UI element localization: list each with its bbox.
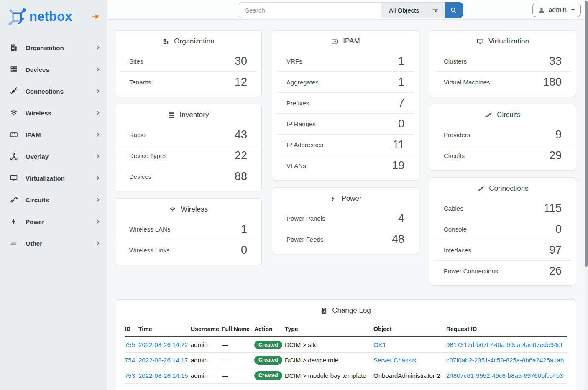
monitor-icon [9,173,18,183]
status-badge: Created [254,356,282,365]
card-wireless-title: Wireless [115,199,261,218]
stat-row-sites[interactable]: Sites 30 [120,51,256,71]
col-header-full-name: Full Name [222,322,254,337]
card-inventory: Inventory Racks 43 Device Types 22 Devic… [115,104,262,191]
chevron-right-icon [95,176,99,180]
changelog-type: DCIM > site [285,341,318,348]
sidebar-item-organization[interactable]: Organization [0,37,107,59]
sidebar-item-wireless[interactable]: Wireless [0,102,107,124]
sidebar-item-ipam[interactable]: 12 IPAM [0,124,107,145]
stat-row-ip-addresses[interactable]: IP Addresses 11 [277,134,414,155]
stat-row-device-types[interactable]: Device Types 22 [120,145,256,166]
wifi-icon [9,108,18,117]
stat-row-virtual-machines[interactable]: Virtual Machines 180 [435,71,571,92]
stat-row-ip-ranges[interactable]: IP Ranges 0 [277,113,414,134]
netbox-logo[interactable]: netbox [8,8,72,25]
pin-sidebar-button[interactable] [89,11,101,22]
dashboard: Organization Sites 30 Tenants 12 [108,20,585,390]
chevron-right-icon [95,154,99,158]
changelog-full-name: — [222,357,228,364]
sidebar-item-circuits[interactable]: Circuits [0,189,107,211]
search-scope-button[interactable]: All Objects [381,2,427,18]
clipboard-clock-icon [320,307,328,315]
changelog-id-link[interactable]: 755 [125,341,135,348]
sidebar-item-label: Circuits [26,196,88,204]
sidebar-item-other[interactable]: Other [0,232,107,254]
search-button[interactable] [445,2,463,18]
stat-list: Clusters 33 Virtual Machines 180 [435,50,571,97]
stat-row-vlans[interactable]: VLANs 19 [277,155,414,176]
stat-row-vrfs[interactable]: VRFs 1 [277,51,414,71]
stat-row-power-panels[interactable]: Power Panels 4 [277,208,414,229]
changelog-object-link[interactable]: OK1 [373,341,386,348]
card-wireless: Wireless Wireless LANs 1 Wireless Links … [115,198,262,265]
changelog-request-id-link[interactable]: 24807c61-9952-49c6-b8a5-69760bfcc4b3 [446,372,563,379]
stat-row-devices[interactable]: Devices 88 [120,166,256,187]
main-area: All Objects admin O [108,0,588,390]
netbox-logo-icon [8,8,26,25]
change-log-table: ID Time Username Full Name Action Type O… [125,322,567,384]
chevron-right-icon [95,197,99,202]
status-badge: Created [254,371,282,380]
stat-row-power-connections[interactable]: Power Connections 26 [435,260,571,281]
filter-button[interactable] [427,2,445,18]
card-ipam: 12 IPAM VRFs 1 Aggregates 1 [272,30,419,181]
changelog-id-link[interactable]: 754 [125,357,135,364]
user-menu-button[interactable]: admin [532,3,581,17]
changelog-time-link[interactable]: 2022-08-26 14:15 [138,372,188,379]
bolt-icon [9,217,18,226]
search-group: All Objects [239,2,463,18]
changelog-type: DCIM > module bay template [285,372,366,379]
stat-row-providers[interactable]: Providers 9 [435,124,571,145]
col-header-request-id: Request ID [446,322,567,337]
stat-list: VRFs 1 Aggregates 1 Prefixes 7 IP Rang [277,50,414,180]
changelog-request-id-link[interactable]: 9817317d-b67f-440a-99ca-4ae07ede94df [446,341,562,348]
status-badge: Created [254,341,282,349]
sidebar-item-overlay[interactable]: Overlay [0,145,107,167]
stat-row-cables[interactable]: Cables 115 [435,198,571,219]
changelog-time-link[interactable]: 2022-08-26 14:17 [138,357,188,364]
svg-text:12: 12 [12,133,16,136]
counter-icon: 12 [9,130,18,139]
graph-icon [9,152,18,161]
sidebar-item-label: Power [26,218,88,225]
card-ipam-title: 12 IPAM [272,31,419,50]
sidebar-item-label: Devices [26,66,88,73]
changelog-full-name: — [222,372,228,379]
sidebar-item-power[interactable]: Power [0,211,107,232]
changelog-object-link[interactable]: Server Chassis [373,357,416,364]
col-header-id: ID [125,322,138,337]
col-header-object: Object [373,322,446,337]
stat-row-circuits[interactable]: Circuits 29 [435,145,571,166]
chevron-right-icon [95,45,99,50]
sidebar-item-virtualization[interactable]: Virtualization [0,167,107,189]
changelog-id-link[interactable]: 753 [125,372,135,379]
changelog-username: admin [191,357,208,364]
sidebar-item-devices[interactable]: Devices [0,59,107,80]
stat-row-aggregates[interactable]: Aggregates 1 [277,71,414,92]
stat-row-interfaces[interactable]: Interfaces 97 [435,240,571,260]
changelog-type: DCIM > device role [285,357,338,364]
vertical-scrollbar[interactable] [585,0,588,390]
stat-row-tenants[interactable]: Tenants 12 [120,71,256,92]
sidebar-item-connections[interactable]: Connections [0,80,107,102]
stat-row-clusters[interactable]: Clusters 33 [435,51,571,71]
card-organization: Organization Sites 30 Tenants 12 [115,30,262,97]
table-row: 754 2022-08-26 14:17 admin — Created DCI… [125,352,567,368]
search-input[interactable] [239,2,381,18]
changelog-request-id-link[interactable]: c07f0ab2-2351-4c58-825a-8b6a2425a1ab [446,357,564,364]
card-organization-title: Organization [115,31,261,50]
stat-row-console[interactable]: Console 0 [435,219,571,240]
card-change-log: Change Log ID Time Username Full Name Ac… [115,299,576,390]
scrollbar-thumb[interactable] [585,1,588,267]
stat-row-prefixes[interactable]: Prefixes 7 [277,92,414,113]
stat-list: Power Panels 4 Power Feeds 48 [277,207,414,254]
sidebar-header: netbox [0,0,107,33]
stat-row-racks[interactable]: Racks 43 [120,124,256,145]
user-name: admin [548,6,567,14]
stat-row-wireless-lans[interactable]: Wireless LANs 1 [120,219,256,240]
stat-row-wireless-links[interactable]: Wireless Links 0 [120,240,256,260]
changelog-time-link[interactable]: 2022-08-26 14:22 [138,341,188,348]
monitor-icon [476,38,484,46]
stat-row-power-feeds[interactable]: Power Feeds 48 [277,229,414,250]
